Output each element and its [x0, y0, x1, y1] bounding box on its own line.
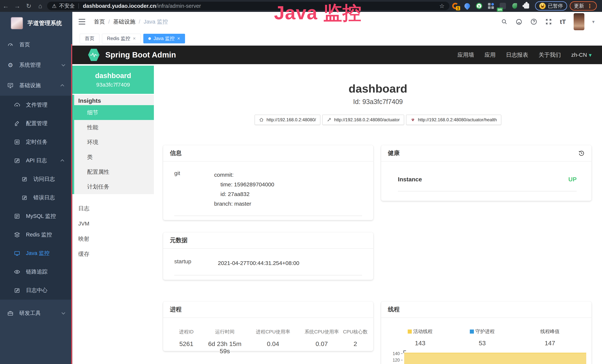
sidebar-item-error-log[interactable]: 错误日志: [0, 188, 72, 207]
sidebar-item-infra[interactable]: 基础设施: [0, 75, 72, 96]
menu-item-environment[interactable]: 环境: [74, 135, 154, 150]
edit-square-icon: [13, 157, 21, 164]
tab-java-monitor[interactable]: Java 监控 ×: [143, 34, 185, 43]
annotation-red-line: [71, 44, 72, 364]
breadcrumb-separator: /: [139, 19, 140, 25]
divider: [78, 3, 79, 9]
sba-nav-about[interactable]: 关于我们: [538, 51, 561, 59]
process-col-pid: 进程ID 5261: [169, 329, 204, 355]
back-icon[interactable]: ←: [0, 2, 11, 10]
text-size-icon[interactable]: tT: [560, 18, 566, 25]
schedule-icon: [13, 139, 21, 145]
extension-orange-c-icon[interactable]: 1: [451, 1, 460, 11]
sidebar-item-files[interactable]: 文件管理: [0, 96, 72, 114]
avatar-caret-icon[interactable]: ▾: [592, 19, 595, 25]
extension-switch-icon[interactable]: on: [498, 1, 508, 11]
sidebar-item-system[interactable]: ⚙ 系统管理: [0, 55, 72, 75]
extension-leaf-icon[interactable]: [510, 1, 519, 11]
breadcrumb: 首页 / 基础设施 / Java 监控: [94, 18, 168, 26]
forward-icon[interactable]: →: [11, 2, 23, 10]
language-select[interactable]: zh-CN ▾: [571, 52, 592, 58]
sba-brand[interactable]: Spring Boot Admin: [105, 50, 176, 59]
threads-chart: 140 120 100: [388, 350, 587, 364]
menu-item-caches[interactable]: 缓存: [72, 246, 154, 262]
kebab-menu-icon[interactable]: ⋮: [587, 3, 592, 9]
instance-detail-content: dashboard Id: 93a3fc7f7409 http://192.16…: [154, 64, 602, 364]
github-icon[interactable]: [516, 18, 522, 25]
process-table: 进程ID 5261 运行时间 6d 23h 15m 59s 进程CPU使用率 0…: [169, 329, 368, 355]
breadcrumb-infra[interactable]: 基础设施: [113, 18, 135, 26]
sidebar-item-trace[interactable]: 链路追踪: [0, 263, 72, 281]
tab-home[interactable]: 首页: [80, 34, 99, 43]
profile-paused-button[interactable]: 已暂停: [535, 1, 567, 11]
heartbeat-icon: [410, 117, 415, 122]
breadcrumb-home[interactable]: 首页: [94, 18, 105, 26]
sidebar-item-log-center[interactable]: 日志中心: [0, 281, 72, 300]
menu-item-mappings[interactable]: 映射: [72, 231, 154, 246]
extension-grid-icon[interactable]: [486, 1, 496, 11]
health-instance-row: Instance UP: [398, 176, 577, 191]
menu-item-jvm[interactable]: JVM: [72, 216, 154, 231]
extension-y-icon[interactable]: y: [474, 1, 484, 11]
metadata-card-header: 元数据: [163, 232, 373, 249]
help-icon[interactable]: [530, 18, 537, 25]
address-bar[interactable]: ⚠ 不安全 dashboard.yudao.iocoder.cn /infra/…: [47, 2, 449, 10]
service-url-button[interactable]: http://192.168.0.2:48080/: [255, 115, 320, 125]
chrome-update-button[interactable]: 更新 ⋮: [570, 1, 597, 11]
home-icon[interactable]: ⌂: [34, 2, 46, 10]
legend-daemon-threads: 守护进程 53: [452, 328, 513, 347]
sidebar-item-access-log[interactable]: 访问日志: [0, 170, 72, 188]
search-icon[interactable]: [501, 18, 508, 25]
sidebar-item-redis[interactable]: Redis 监控: [0, 225, 72, 244]
insights-label: Insights: [74, 95, 154, 105]
process-card-header: 进程: [163, 301, 373, 318]
instance-id: 93a3fc7f7409: [72, 82, 154, 88]
menu-item-scheduled-tasks[interactable]: 计划任务: [74, 179, 154, 194]
fullscreen-icon[interactable]: [545, 18, 552, 25]
info-card: 信息 git commit: time: 1596289704000 id: 2…: [163, 145, 373, 220]
app-sidebar: 芋道管理系统 首页 ⚙ 系统管理 基础设施 文件管理 配置管理: [0, 12, 72, 364]
bookmark-star-icon[interactable]: ☆: [439, 2, 445, 10]
health-url-button[interactable]: http://192.168.0.2:48080/actuator/health: [406, 115, 501, 125]
sidebar-item-api-log[interactable]: API 日志: [0, 151, 72, 170]
instance-header[interactable]: dashboard 93a3fc7f7409: [72, 66, 154, 94]
url-path: /infra/admin-server: [156, 3, 201, 9]
legend-live-threads: 活动线程 143: [389, 328, 452, 347]
menu-item-logs[interactable]: 日志: [72, 201, 154, 216]
sidebar-item-jobs[interactable]: 定时任务: [0, 133, 72, 151]
sba-nav-journal[interactable]: 日志报表: [506, 51, 528, 59]
sba-nav-wallboard[interactable]: 应用墙: [457, 51, 474, 59]
gear-icon: ⚙: [7, 62, 14, 69]
menu-item-classes[interactable]: 类: [74, 150, 154, 164]
sidebar-item-mysql[interactable]: MySQL 监控: [0, 207, 72, 225]
history-icon[interactable]: [578, 150, 585, 157]
sidebar-item-dev-tools[interactable]: 研发工具: [0, 303, 72, 323]
extensions-puzzle-icon[interactable]: [522, 1, 531, 11]
sba-logo-icon: [88, 48, 100, 62]
process-card: 进程 进程ID 5261 运行时间 6d 23h 15m 59s 进程CPU使用…: [163, 301, 373, 351]
menu-item-metrics[interactable]: 性能: [74, 120, 154, 135]
app-logo[interactable]: 芋道管理系统: [0, 12, 72, 34]
on-badge: on: [497, 8, 503, 11]
reload-icon[interactable]: ↻: [23, 2, 34, 10]
tab-redis-monitor[interactable]: Redis 监控 ×: [102, 34, 141, 43]
menu-item-details[interactable]: 细节: [72, 105, 154, 120]
close-icon[interactable]: ×: [133, 36, 136, 41]
sidebar-item-java-monitor[interactable]: Java 监控: [0, 244, 72, 263]
sidebar-item-config[interactable]: 配置管理: [0, 114, 72, 133]
menu-item-config-props[interactable]: 配置属性: [74, 164, 154, 179]
status-badge: UP: [569, 176, 577, 183]
logo-image: [11, 17, 23, 29]
update-label: 更新: [574, 3, 584, 9]
extension-location-icon[interactable]: [462, 1, 472, 11]
chevron-up-icon: [60, 84, 64, 88]
sidebar-item-home[interactable]: 首页: [0, 34, 72, 55]
metadata-card: 元数据 startup 2021-04-27T00:44:31.254+08:0…: [163, 232, 373, 280]
close-icon[interactable]: ×: [177, 36, 180, 41]
collapse-menu-icon[interactable]: [79, 19, 85, 24]
sba-links: 应用墙 应用 日志报表 关于我们 zh-CN ▾: [457, 51, 592, 59]
user-avatar[interactable]: [574, 13, 584, 30]
actuator-url-button[interactable]: http://192.168.0.2:48080/actuator: [322, 115, 404, 125]
sba-nav-applications[interactable]: 应用: [484, 51, 495, 59]
process-col-system-cpu: 系统CPU使用率 0.07: [300, 329, 343, 355]
